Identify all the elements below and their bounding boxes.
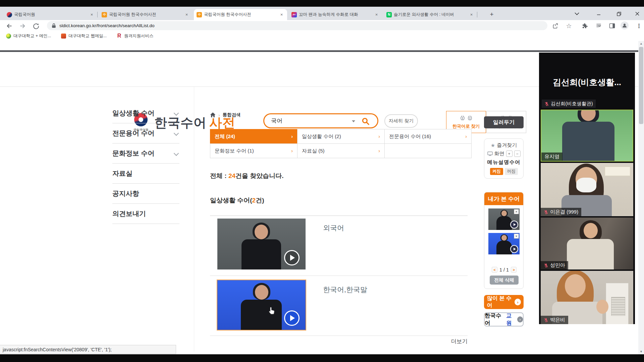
signer-body bbox=[241, 239, 281, 269]
detail-search-button[interactable]: 자세히 찾기 bbox=[384, 114, 418, 128]
profile-avatar[interactable] bbox=[621, 21, 629, 29]
toggle-on-button[interactable]: 켜짐 bbox=[490, 168, 503, 175]
sidebar-item-label: 문화정보 수어 bbox=[112, 149, 155, 158]
recent-sign-thumbnail-2[interactable]: ✕ bbox=[488, 233, 520, 254]
page-scrollbar[interactable]: ▲ ▼ bbox=[638, 41, 644, 354]
participant-video-pakeunbi[interactable]: 박은비 bbox=[541, 271, 633, 324]
find-by-korean-label: 한국어로 찾기 bbox=[452, 123, 480, 129]
extensions-puzzle-icon[interactable] bbox=[580, 21, 589, 30]
play-icon[interactable] bbox=[284, 250, 300, 265]
tab-title: 국립국어원 한국수어사전 bbox=[204, 12, 277, 17]
browser-tab-2[interactable]: 수 국립국어원 한국수어사전 × bbox=[99, 9, 192, 20]
browser-tab-1[interactable]: 국립국어원 × bbox=[4, 9, 97, 20]
bookmark-daegu-webmail[interactable]: 대구대학교 웹메일... bbox=[61, 33, 107, 39]
participant-face bbox=[565, 274, 586, 298]
zoom-out-button[interactable]: − bbox=[514, 150, 521, 157]
sign-video-thumbnail-korean-language[interactable] bbox=[217, 280, 306, 330]
sidebar-item-label: 자료실 bbox=[112, 169, 132, 178]
chevron-right-icon: › bbox=[291, 148, 293, 154]
favorites-tool[interactable]: ★ 즐겨찾기 bbox=[491, 142, 517, 148]
tab-close-icon[interactable]: × bbox=[184, 12, 190, 17]
tab-close-icon[interactable]: × bbox=[279, 12, 284, 17]
scroll-up-icon[interactable]: ▲ bbox=[638, 41, 644, 46]
tab-close-icon[interactable]: × bbox=[374, 12, 379, 17]
window-restore-button[interactable] bbox=[612, 9, 626, 19]
sidebar-item-terminology-sign[interactable]: 전문용어 수어 bbox=[112, 123, 179, 143]
result-tab-culture[interactable]: 문화정보 수어 (1) › bbox=[210, 143, 298, 158]
share-icon[interactable] bbox=[551, 21, 560, 30]
result-link-korean-language[interactable]: 한국어,한국말 bbox=[323, 285, 367, 294]
sidebar-item-archive[interactable]: 자료실 bbox=[112, 164, 179, 184]
bookmark-label: 대구대학교 + 메인... bbox=[13, 33, 51, 39]
forward-icon[interactable] bbox=[18, 21, 27, 30]
play-icon[interactable] bbox=[284, 310, 300, 326]
participant-video-seongmina[interactable]: 성민아 bbox=[541, 218, 633, 269]
side-panel-icon[interactable] bbox=[608, 21, 616, 30]
browser-tab-strip: 국립국어원 × 수 국립국어원 한국수어사전 × 수 국립국어원 한국수어사전 … bbox=[0, 7, 644, 20]
face-mask bbox=[576, 178, 596, 192]
sidebar-item-daily-sign[interactable]: 일상생활 수어 bbox=[112, 103, 179, 123]
result-tab-label: 자료실 (5) bbox=[302, 148, 325, 154]
vent-grill bbox=[611, 297, 625, 316]
lock-icon bbox=[52, 23, 56, 28]
participant-name-label: 이은결 (999) bbox=[541, 208, 581, 216]
home-icon[interactable] bbox=[210, 112, 216, 118]
participant-name-label: 성민아 bbox=[541, 261, 568, 269]
search-dropdown-caret-icon[interactable] bbox=[352, 120, 355, 122]
play-icon[interactable] bbox=[510, 221, 518, 229]
nikl-favicon bbox=[7, 12, 12, 17]
most-viewed-signs-button[interactable]: 많이 본 수어 › bbox=[484, 295, 524, 309]
back-icon[interactable] bbox=[5, 21, 13, 30]
result-tab-all[interactable]: 전체 (24) › bbox=[210, 129, 298, 144]
search-input[interactable] bbox=[270, 117, 345, 125]
reading-list-icon[interactable] bbox=[594, 21, 603, 30]
scrollbar-thumb[interactable] bbox=[639, 47, 643, 124]
url-bar[interactable]: sldict.korean.go.kr/front/search/searchA… bbox=[47, 21, 547, 30]
zoom-in-button[interactable]: + bbox=[506, 150, 513, 157]
participant-video-ieungyeol[interactable]: 이은결 (999) bbox=[541, 163, 633, 216]
sidebar-item-culture-sign[interactable]: 문화정보 수어 bbox=[112, 143, 179, 164]
thumbnail-pagination: < 1 / 1 > bbox=[484, 267, 524, 273]
play-icon[interactable] bbox=[510, 245, 518, 253]
pagination-next-button[interactable]: > bbox=[511, 267, 517, 273]
tab-close-icon[interactable]: × bbox=[89, 12, 95, 17]
toggle-off-button[interactable]: 꺼짐 bbox=[505, 168, 518, 175]
tab-close-icon[interactable]: × bbox=[469, 12, 474, 17]
browser-tab-4[interactable]: jtbc 꼬마 팬과 능숙하게 수화로 대화 × bbox=[289, 9, 382, 20]
sign-video-thumbnail-foreign-language[interactable] bbox=[217, 219, 306, 269]
tab-search-chevron-icon[interactable] bbox=[570, 9, 584, 19]
result-tab-label: 일상생활 수어 (2) bbox=[302, 133, 341, 140]
remove-thumbnail-icon[interactable]: ✕ bbox=[514, 209, 519, 214]
scroll-down-icon[interactable]: ▼ bbox=[638, 349, 644, 354]
kebab-menu-icon[interactable]: ⋮ bbox=[635, 21, 643, 30]
mouse-cursor bbox=[268, 306, 276, 316]
star-icon: ★ bbox=[491, 142, 495, 148]
window-close-button[interactable] bbox=[631, 9, 644, 19]
browser-tab-5[interactable]: N 슬기로운 의사생활 수어 : 네이버 × bbox=[384, 9, 477, 20]
result-tab-daily[interactable]: 일상생활 수어 (2) › bbox=[297, 129, 385, 144]
bookmark-daegu-main[interactable]: 대구대학교 + 메인... bbox=[6, 33, 51, 39]
sign-teacher-link[interactable]: 한국수어교원 › bbox=[484, 312, 524, 326]
search-icon[interactable] bbox=[361, 117, 370, 127]
reload-icon[interactable] bbox=[32, 21, 40, 30]
notice-button[interactable]: 일러두기 bbox=[484, 116, 524, 128]
result-tab-archive[interactable]: 자료실 (5) › bbox=[297, 143, 385, 158]
browser-tab-3-active[interactable]: 수 국립국어원 한국수어사전 × bbox=[194, 9, 287, 20]
result-link-foreign-language[interactable]: 외국어 bbox=[323, 223, 344, 233]
bookmark-star-icon[interactable]: ☆ bbox=[565, 21, 573, 30]
window-minimize-button[interactable] bbox=[592, 9, 605, 19]
bookmark-remote-support[interactable]: R 원격지원서비스 bbox=[117, 33, 154, 39]
chevron-down-icon bbox=[174, 131, 179, 136]
host-name-text: 김선희(비호생활관) bbox=[551, 101, 593, 107]
recent-sign-thumbnail-1[interactable]: ✕ bbox=[488, 208, 520, 230]
remove-thumbnail-icon[interactable]: ✕ bbox=[514, 234, 519, 239]
signer-face bbox=[255, 285, 268, 300]
sidebar-item-notice[interactable]: 공지사항 bbox=[112, 184, 179, 204]
pagination-prev-button[interactable]: < bbox=[492, 267, 497, 273]
participant-video-yujiyeong[interactable]: 유지영 bbox=[541, 110, 633, 162]
delete-all-button[interactable]: 전체 삭제 bbox=[490, 276, 519, 285]
more-button[interactable]: 더보기 bbox=[449, 338, 468, 345]
sidebar-item-feedback[interactable]: 의견보내기 bbox=[112, 204, 179, 224]
new-tab-button[interactable]: + bbox=[487, 10, 496, 19]
result-tab-terminology[interactable]: 전문용어 수어 (16) › bbox=[384, 129, 472, 144]
